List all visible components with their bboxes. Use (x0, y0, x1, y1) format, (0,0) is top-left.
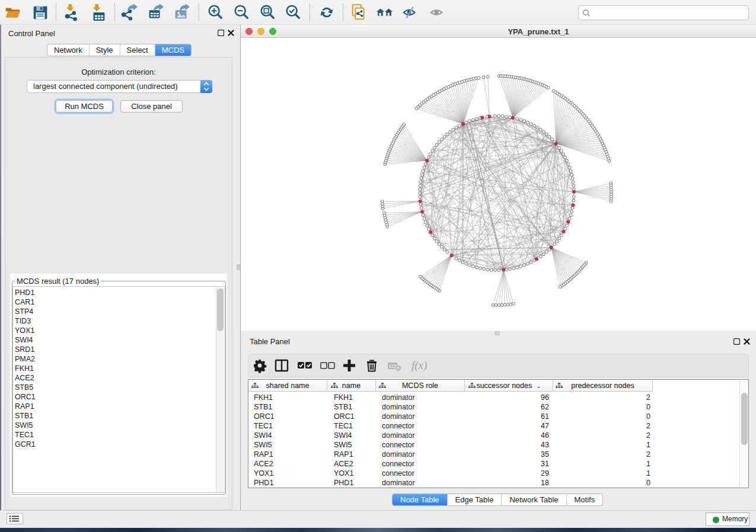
svg-text:f(x): f(x) (412, 359, 427, 372)
